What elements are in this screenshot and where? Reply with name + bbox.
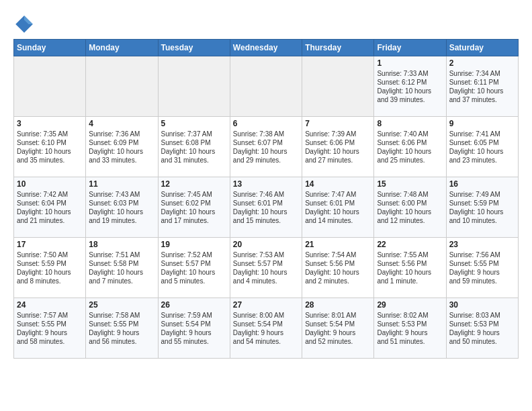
cell-info: and 10 minutes. xyxy=(449,216,515,225)
calendar-cell: 19Sunrise: 7:52 AMSunset: 5:57 PMDayligh… xyxy=(158,238,230,298)
day-number: 25 xyxy=(89,300,154,310)
calendar-cell: 8Sunrise: 7:40 AMSunset: 6:06 PMDaylight… xyxy=(374,117,446,177)
header-day-thursday: Thursday xyxy=(302,40,374,56)
cell-info: Daylight: 10 hours xyxy=(233,268,299,277)
calendar-cell: 18Sunrise: 7:51 AMSunset: 5:58 PMDayligh… xyxy=(86,238,158,298)
cell-info: Daylight: 10 hours xyxy=(161,268,227,277)
calendar-cell: 4Sunrise: 7:36 AMSunset: 6:09 PMDaylight… xyxy=(86,117,158,177)
cell-info: Sunset: 6:02 PM xyxy=(161,199,227,208)
week-row-1: 1Sunrise: 7:33 AMSunset: 6:12 PMDaylight… xyxy=(14,56,519,117)
cell-info: Sunset: 5:56 PM xyxy=(377,259,443,268)
cell-info: Daylight: 10 hours xyxy=(233,147,299,156)
header-day-wednesday: Wednesday xyxy=(230,40,302,56)
week-row-2: 3Sunrise: 7:35 AMSunset: 6:10 PMDaylight… xyxy=(14,117,519,177)
cell-info: and 8 minutes. xyxy=(17,277,83,285)
cell-info: Sunset: 5:53 PM xyxy=(377,320,443,328)
calendar-cell: 21Sunrise: 7:54 AMSunset: 5:56 PMDayligh… xyxy=(302,238,374,298)
cell-info: Sunset: 5:55 PM xyxy=(449,259,515,268)
cell-info: Daylight: 10 hours xyxy=(161,208,227,216)
calendar-cell: 23Sunrise: 7:56 AMSunset: 5:55 PMDayligh… xyxy=(446,238,518,298)
cell-info: Sunrise: 7:58 AM xyxy=(89,311,154,320)
day-number: 14 xyxy=(305,179,371,189)
cell-info: Sunrise: 7:51 AM xyxy=(89,250,154,259)
calendar-cell: 24Sunrise: 7:57 AMSunset: 5:55 PMDayligh… xyxy=(14,298,86,359)
cell-info: Sunset: 5:54 PM xyxy=(305,320,371,328)
day-number: 15 xyxy=(377,179,443,189)
calendar-cell: 9Sunrise: 7:41 AMSunset: 6:05 PMDaylight… xyxy=(446,117,518,177)
day-number: 20 xyxy=(233,240,299,249)
cell-info: Daylight: 10 hours xyxy=(89,208,154,216)
cell-info: Sunrise: 7:40 AM xyxy=(377,130,443,138)
cell-info: and 1 minute. xyxy=(377,277,443,285)
cell-info: Sunrise: 7:52 AM xyxy=(161,250,227,259)
cell-info: Sunrise: 7:34 AM xyxy=(449,69,515,78)
day-number: 28 xyxy=(305,300,371,310)
cell-info: Sunset: 5:59 PM xyxy=(449,199,515,208)
cell-info: Daylight: 10 hours xyxy=(305,147,371,156)
calendar-cell: 30Sunrise: 8:03 AMSunset: 5:53 PMDayligh… xyxy=(446,298,518,359)
calendar-cell: 15Sunrise: 7:48 AMSunset: 6:00 PMDayligh… xyxy=(374,177,446,238)
calendar-cell: 29Sunrise: 8:02 AMSunset: 5:53 PMDayligh… xyxy=(374,298,446,359)
cell-info: Daylight: 10 hours xyxy=(17,147,83,156)
calendar-cell xyxy=(302,56,374,117)
cell-info: Daylight: 9 hours xyxy=(17,328,83,337)
cell-info: Sunrise: 7:50 AM xyxy=(17,250,83,259)
cell-info: Daylight: 9 hours xyxy=(377,328,443,337)
cell-info: Sunset: 6:06 PM xyxy=(377,138,443,147)
cell-info: Daylight: 10 hours xyxy=(89,147,154,156)
day-number: 26 xyxy=(161,300,227,310)
cell-info: Sunrise: 7:53 AM xyxy=(233,250,299,259)
calendar-cell: 20Sunrise: 7:53 AMSunset: 5:57 PMDayligh… xyxy=(230,238,302,298)
cell-info: and 23 minutes. xyxy=(449,156,515,165)
calendar-cell: 11Sunrise: 7:43 AMSunset: 6:03 PMDayligh… xyxy=(86,177,158,238)
cell-info: Sunset: 6:07 PM xyxy=(233,138,299,147)
cell-info: and 7 minutes. xyxy=(89,277,154,285)
calendar-cell: 13Sunrise: 7:46 AMSunset: 6:01 PMDayligh… xyxy=(230,177,302,238)
cell-info: Sunset: 6:11 PM xyxy=(449,78,515,87)
cell-info: Sunset: 6:09 PM xyxy=(89,138,154,147)
calendar-cell: 28Sunrise: 8:01 AMSunset: 5:54 PMDayligh… xyxy=(302,298,374,359)
cell-info: Sunrise: 7:38 AM xyxy=(233,130,299,138)
cell-info: and 15 minutes. xyxy=(233,216,299,225)
cell-info: and 4 minutes. xyxy=(233,277,299,285)
cell-info: and 58 minutes. xyxy=(17,337,83,346)
calendar-cell: 1Sunrise: 7:33 AMSunset: 6:12 PMDaylight… xyxy=(374,56,446,117)
cell-info: and 59 minutes. xyxy=(449,277,515,285)
cell-info: Sunset: 5:55 PM xyxy=(17,320,83,328)
header-day-friday: Friday xyxy=(374,40,446,56)
cell-info: Sunrise: 7:37 AM xyxy=(161,130,227,138)
cell-info: Daylight: 9 hours xyxy=(305,328,371,337)
cell-info: Daylight: 10 hours xyxy=(377,147,443,156)
day-number: 4 xyxy=(89,119,154,128)
cell-info: Sunset: 5:53 PM xyxy=(449,320,515,328)
day-number: 18 xyxy=(89,240,154,249)
header xyxy=(13,11,519,35)
cell-info: Sunrise: 7:42 AM xyxy=(17,190,83,199)
cell-info: and 14 minutes. xyxy=(305,216,371,225)
week-row-3: 10Sunrise: 7:42 AMSunset: 6:04 PMDayligh… xyxy=(14,177,519,238)
cell-info: Daylight: 10 hours xyxy=(449,87,515,95)
cell-info: Sunrise: 7:48 AM xyxy=(377,190,443,199)
day-number: 23 xyxy=(449,240,515,249)
cell-info: Sunrise: 7:47 AM xyxy=(305,190,371,199)
calendar-cell: 17Sunrise: 7:50 AMSunset: 5:59 PMDayligh… xyxy=(14,238,86,298)
header-day-tuesday: Tuesday xyxy=(158,40,230,56)
cell-info: Sunrise: 7:41 AM xyxy=(449,130,515,138)
header-day-sunday: Sunday xyxy=(14,40,86,56)
day-number: 7 xyxy=(305,119,371,128)
cell-info: Sunset: 6:08 PM xyxy=(161,138,227,147)
day-number: 30 xyxy=(449,300,515,310)
cell-info: and 52 minutes. xyxy=(305,337,371,346)
cell-info: Daylight: 9 hours xyxy=(449,328,515,337)
calendar-cell xyxy=(230,56,302,117)
day-number: 16 xyxy=(449,179,515,189)
calendar-cell: 27Sunrise: 8:00 AMSunset: 5:54 PMDayligh… xyxy=(230,298,302,359)
calendar-body: 1Sunrise: 7:33 AMSunset: 6:12 PMDaylight… xyxy=(14,56,519,359)
cell-info: Daylight: 10 hours xyxy=(89,268,154,277)
cell-info: Sunrise: 7:36 AM xyxy=(89,130,154,138)
cell-info: Sunrise: 7:39 AM xyxy=(305,130,371,138)
cell-info: Sunrise: 7:45 AM xyxy=(161,190,227,199)
cell-info: and 17 minutes. xyxy=(161,216,227,225)
cell-info: Sunset: 6:05 PM xyxy=(449,138,515,147)
calendar-cell: 22Sunrise: 7:55 AMSunset: 5:56 PMDayligh… xyxy=(374,238,446,298)
